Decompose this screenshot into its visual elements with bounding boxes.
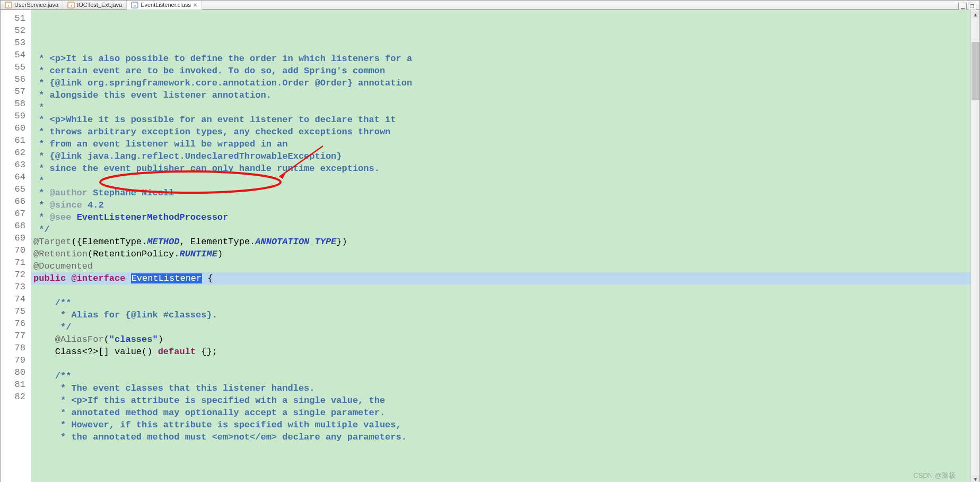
scroll-thumb[interactable] <box>972 42 979 100</box>
code-line[interactable]: * <p>It is also possible to define the o… <box>31 53 970 65</box>
tab-label: IOCTest_Ext.java <box>77 2 122 8</box>
token: * <box>33 176 44 186</box>
token <box>33 334 55 345</box>
token: EventListenerMethodProcessor <box>77 212 229 222</box>
code-line[interactable]: * from an event listener will be wrapped… <box>31 138 970 150</box>
token: Class<?>[] value() <box>33 347 158 357</box>
line-number-gutter: 5152535455565758596061626364656667686970… <box>1 10 31 482</box>
token: * <box>33 212 50 222</box>
vertical-scrollbar[interactable]: ▲ ▼ <box>970 10 979 482</box>
code-line[interactable] <box>31 358 970 370</box>
line-number: 54 <box>1 49 31 61</box>
token: ({ElementType. <box>71 237 147 247</box>
code-line[interactable]: * annotated method may optionally accept… <box>31 407 970 419</box>
line-number: 61 <box>1 134 31 147</box>
token <box>125 273 130 283</box>
token: * <p>If this attribute is specified with… <box>33 395 385 406</box>
line-number: 66 <box>1 195 31 208</box>
code-line[interactable]: /** <box>31 297 970 309</box>
tab-label: EventListener.class <box>141 2 191 8</box>
code-line[interactable]: * Alias for {@link #classes}. <box>31 309 970 321</box>
code-line[interactable]: * the annotated method must <em>not</em>… <box>31 431 970 443</box>
editor-tab[interactable]: 0EventListener.class✕ <box>127 1 202 10</box>
code-viewport[interactable]: * <p>It is also possible to define the o… <box>31 10 970 482</box>
scroll-up-arrow-icon[interactable]: ▲ <box>972 11 979 19</box>
line-number: 52 <box>1 24 31 37</box>
token: /** <box>33 298 71 308</box>
token: @since <box>50 200 82 210</box>
code-line[interactable]: @Retention(RetentionPolicy.RUNTIME) <box>31 248 970 260</box>
svg-text:J: J <box>71 4 72 8</box>
code-line[interactable]: * However, if this attribute is specifie… <box>31 419 970 431</box>
line-number: 70 <box>1 244 31 256</box>
code-line[interactable]: */ <box>31 223 970 236</box>
line-number: 57 <box>1 85 31 98</box>
code-line[interactable]: /** <box>31 370 970 382</box>
token: @AliasFor <box>55 334 104 345</box>
watermark-text: CSDN @脑极 <box>913 471 956 480</box>
code-line[interactable]: * @author Stephane Nicoll <box>31 187 970 199</box>
code-line[interactable]: * <p>While it is possible for an event l… <box>31 114 970 126</box>
tab-label: UserService.java <box>14 2 58 8</box>
line-number: 71 <box>1 256 31 269</box>
token: EventListener <box>131 273 203 283</box>
code-line[interactable]: * alongside this event listener annotati… <box>31 89 970 101</box>
token: * certain event are to be invoked. To do… <box>33 66 385 76</box>
line-number: 80 <box>1 366 31 378</box>
line-number: 73 <box>1 281 31 293</box>
close-icon[interactable]: ✕ <box>193 2 197 8</box>
code-line[interactable]: * <box>31 175 970 187</box>
code-line[interactable] <box>31 285 970 297</box>
code-line[interactable]: */ <box>31 321 970 333</box>
token: @author <box>50 188 88 198</box>
token <box>66 273 71 283</box>
code-line[interactable]: * since the event publisher can only han… <box>31 162 970 175</box>
scroll-down-arrow-icon[interactable]: ▼ <box>972 475 979 482</box>
class-file-icon: 0 <box>131 1 138 8</box>
editor-tab[interactable]: JUserService.java <box>1 1 63 9</box>
line-number: 64 <box>1 171 31 183</box>
line-number: 69 <box>1 232 31 244</box>
code-line[interactable]: * {@link java.lang.reflect.UndeclaredThr… <box>31 150 970 162</box>
restore-button[interactable]: ❐ <box>968 3 976 10</box>
token: @Target <box>33 237 71 247</box>
line-number: 56 <box>1 73 31 85</box>
line-number: 81 <box>1 378 31 391</box>
token: */ <box>33 225 50 235</box>
code-line[interactable]: * <box>31 101 970 114</box>
code-line[interactable]: @Documented <box>31 260 970 272</box>
token: default <box>158 347 196 357</box>
token: (RetentionPolicy. <box>88 249 179 259</box>
line-number: 78 <box>1 342 31 354</box>
line-number: 72 <box>1 269 31 281</box>
code-line[interactable]: * <p>If this attribute is specified with… <box>31 394 970 407</box>
token: * <p>It is also possible to define the o… <box>33 54 412 64</box>
code-line[interactable]: * {@link org.springframework.core.annota… <box>31 77 970 89</box>
code-line[interactable]: public @interface EventListener { <box>31 272 970 285</box>
editor-tab[interactable]: JIOCTest_Ext.java <box>63 1 127 9</box>
token: * <box>33 200 50 210</box>
token: ( <box>104 334 109 345</box>
token: 4.2 <box>82 200 104 210</box>
token: Stephane Nicoll <box>88 188 174 198</box>
code-line[interactable]: Class<?>[] value() default {}; <box>31 346 970 358</box>
token: * However, if this attribute is specifie… <box>33 420 401 430</box>
token: * <box>33 102 44 113</box>
code-line[interactable]: @Target({ElementType.METHOD, ElementType… <box>31 236 970 248</box>
editor-area: 5152535455565758596061626364656667686970… <box>1 10 979 482</box>
code-line[interactable]: * @see EventListenerMethodProcessor <box>31 211 970 223</box>
token: * {@link java.lang.reflect.UndeclaredThr… <box>33 151 342 161</box>
token: ANNOTATION_TYPE <box>255 237 336 247</box>
code-line[interactable]: * The event classes that this listener h… <box>31 382 970 394</box>
code-line[interactable]: * @since 4.2 <box>31 199 970 211</box>
minimize-button[interactable]: ▁ <box>958 3 967 10</box>
line-number: 68 <box>1 220 31 232</box>
token: { <box>202 273 213 283</box>
token: ) <box>217 249 223 259</box>
code-line[interactable]: @AliasFor("classes") <box>31 333 970 346</box>
token: }) <box>336 237 347 247</box>
code-line[interactable]: * certain event are to be invoked. To do… <box>31 65 970 77</box>
token: /** <box>33 371 71 381</box>
line-number: 58 <box>1 98 31 110</box>
code-line[interactable]: * throws arbitrary exception types, any … <box>31 126 970 138</box>
